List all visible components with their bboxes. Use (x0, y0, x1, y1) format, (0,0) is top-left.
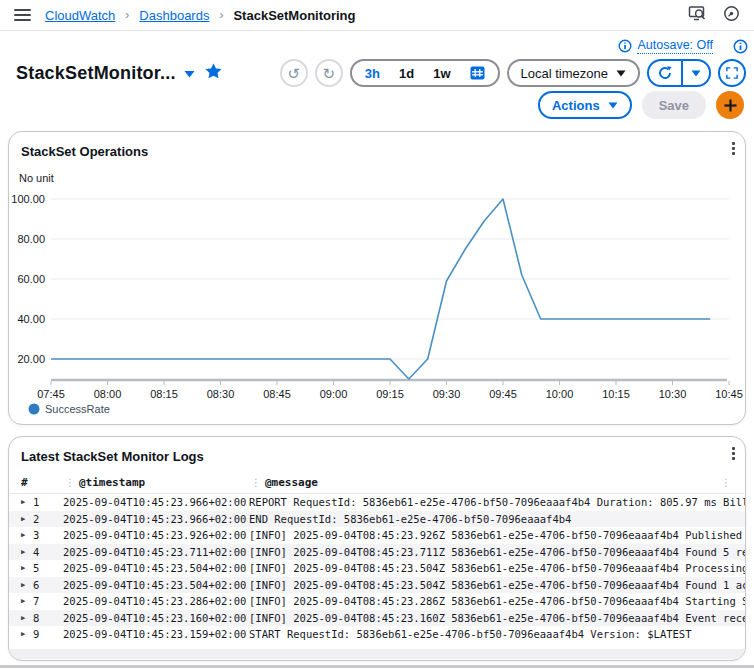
log-row[interactable]: ▶52025-09-04T10:45:23.504+02:00[INFO] 20… (9, 560, 745, 577)
hamburger-menu-icon[interactable] (14, 9, 31, 21)
column-drag-handle-icon[interactable]: ⋮ (721, 477, 737, 488)
log-row[interactable]: ▶12025-09-04T10:45:23.966+02:00REPORT Re… (9, 494, 745, 511)
chart-widget-menu-icon[interactable] (732, 142, 735, 155)
log-row[interactable]: ▶22025-09-04T10:45:23.966+02:00END Reque… (9, 511, 745, 528)
fullscreen-icon (726, 66, 738, 80)
expand-row-icon[interactable]: ▶ (21, 548, 33, 556)
chevron-down-icon (616, 70, 626, 77)
table-bottom-stripe (9, 649, 745, 659)
x-tick-label: 08:00 (94, 388, 122, 400)
time-range-option-1d[interactable]: 1d (399, 66, 414, 81)
log-row[interactable]: ▶32025-09-04T10:45:23.926+02:00[INFO] 20… (9, 527, 745, 544)
dashboard-title-caret-icon[interactable] (184, 64, 195, 82)
expand-row-icon[interactable]: ▶ (21, 581, 33, 589)
expand-row-icon[interactable]: ▶ (21, 597, 33, 605)
expand-row-icon[interactable]: ▶ (21, 630, 33, 638)
autosave-toggle[interactable]: Autosave: Off (618, 38, 713, 54)
log-timestamp: 2025-09-04T10:45:23.966+02:00 (63, 496, 249, 508)
legend-label[interactable]: SuccessRate (45, 403, 110, 415)
monitor-inspect-icon[interactable] (688, 5, 707, 26)
chart-widget-title: StackSet Operations (9, 132, 745, 159)
refresh-icon (657, 65, 673, 81)
row-number: 9 (33, 628, 63, 640)
log-row[interactable]: ▶72025-09-04T10:45:23.286+02:00[INFO] 20… (9, 593, 745, 610)
x-tick-label: 10:00 (546, 388, 574, 400)
actions-dropdown-button[interactable]: Actions (538, 91, 632, 119)
favorite-star-icon[interactable] (205, 63, 222, 83)
line-chart[interactable]: No unit100.0080.0060.0040.0020.0007:4508… (9, 132, 745, 424)
logs-table-header: # ⋮ @timestamp ⋮ @message ⋮ (21, 471, 737, 493)
x-tick-label: 08:30 (207, 388, 235, 400)
breadcrumb-item-cloudwatch[interactable]: CloudWatch (45, 8, 115, 23)
actions-label: Actions (552, 98, 600, 113)
log-message: [INFO] 2025-09-04T08:45:23.711Z 5836eb61… (249, 546, 745, 558)
undo-button[interactable]: ↺ (280, 59, 308, 87)
row-number: 4 (33, 546, 63, 558)
expand-row-icon[interactable]: ▶ (21, 531, 33, 539)
time-controls: ↺ ↻ 3h1d1w Local timezone (280, 59, 746, 87)
log-timestamp: 2025-09-04T10:45:23.504+02:00 (63, 579, 249, 591)
dashboard-actions-row: Actions Save (0, 87, 754, 119)
logs-widget-menu-icon[interactable] (732, 447, 735, 460)
refresh-split-button (647, 59, 711, 87)
log-message: [INFO] 2025-09-04T08:45:23.926Z 5836eb61… (249, 529, 745, 541)
row-number: 5 (33, 562, 63, 574)
log-message: [INFO] 2025-09-04T08:45:23.504Z 5836eb61… (249, 562, 745, 574)
save-button[interactable]: Save (642, 91, 706, 119)
log-message: START RequestId: 5836eb61-e25e-4706-bf50… (249, 628, 745, 640)
breadcrumb-item-stacksetmonitoring: StackSetMonitoring (233, 8, 355, 23)
calendar-icon[interactable] (470, 66, 485, 80)
log-timestamp: 2025-09-04T10:45:23.504+02:00 (63, 562, 249, 574)
expand-row-icon[interactable]: ▶ (21, 498, 33, 506)
x-tick-label: 10:15 (602, 388, 630, 400)
column-drag-handle-icon[interactable]: ⋮ (251, 477, 261, 488)
row-number: 3 (33, 529, 63, 541)
redo-button[interactable]: ↻ (315, 59, 343, 87)
expand-row-icon[interactable]: ▶ (21, 614, 33, 622)
column-header-message[interactable]: ⋮ @message (251, 476, 721, 489)
refresh-options-button[interactable] (683, 61, 709, 85)
series-line-SuccessRate (51, 199, 710, 379)
breadcrumb-separator: › (219, 8, 223, 22)
column-header-index[interactable]: # (21, 476, 65, 489)
breadcrumb-item-dashboards[interactable]: Dashboards (139, 8, 209, 23)
x-tick-label: 08:15 (150, 388, 178, 400)
chart-widget: StackSet Operations No unit100.0080.0060… (8, 131, 746, 425)
autosave-label: Autosave: Off (637, 38, 713, 54)
time-range-option-3h[interactable]: 3h (365, 66, 380, 81)
topbar-right-icons (688, 5, 740, 26)
x-tick-label: 10:30 (659, 388, 687, 400)
y-tick-label: 60.00 (17, 273, 45, 285)
legend-swatch[interactable] (29, 404, 40, 415)
log-row[interactable]: ▶82025-09-04T10:45:23.160+02:00[INFO] 20… (9, 610, 745, 627)
logs-widget: Latest StackSet Monitor Logs # ⋮ @timest… (8, 436, 746, 661)
fullscreen-button[interactable] (718, 59, 746, 87)
x-tick-label: 08:45 (263, 388, 291, 400)
timezone-dropdown[interactable]: Local timezone (507, 59, 640, 87)
log-timestamp: 2025-09-04T10:45:23.966+02:00 (63, 513, 249, 525)
dashboard-title: StackSetMonitor... (16, 63, 176, 84)
settings-gear-icon[interactable] (723, 5, 740, 26)
y-axis-unit-label: No unit (19, 172, 54, 184)
log-row[interactable]: ▶92025-09-04T10:45:23.159+02:00START Req… (9, 626, 745, 643)
add-widget-button[interactable] (716, 91, 744, 119)
column-header-timestamp[interactable]: ⋮ @timestamp (65, 476, 251, 489)
log-row[interactable]: ▶62025-09-04T10:45:23.504+02:00[INFO] 20… (9, 577, 745, 594)
dashboard-info-icon[interactable] (733, 39, 748, 54)
x-tick-label: 09:30 (433, 388, 461, 400)
log-timestamp: 2025-09-04T10:45:23.926+02:00 (63, 529, 249, 541)
log-timestamp: 2025-09-04T10:45:23.711+02:00 (63, 546, 249, 558)
expand-row-icon[interactable]: ▶ (21, 515, 33, 523)
time-range-option-1w[interactable]: 1w (433, 66, 450, 81)
log-row[interactable]: ▶42025-09-04T10:45:23.711+02:00[INFO] 20… (9, 544, 745, 561)
x-tick-label: 10:45 (715, 388, 743, 400)
refresh-button[interactable] (649, 61, 681, 85)
expand-row-icon[interactable]: ▶ (21, 564, 33, 572)
horizontal-scrollbar[interactable] (0, 665, 754, 668)
column-drag-handle-icon[interactable]: ⋮ (65, 477, 75, 488)
row-number: 2 (33, 513, 63, 525)
chevron-down-icon (691, 70, 701, 77)
dashboard-title-row: StackSetMonitor... ↺ ↻ 3h1d1w Local time… (0, 55, 754, 87)
breadcrumb: CloudWatch›Dashboards›StackSetMonitoring (45, 8, 356, 23)
log-message: END RequestId: 5836eb61-e25e-4706-bf50-7… (249, 513, 745, 525)
